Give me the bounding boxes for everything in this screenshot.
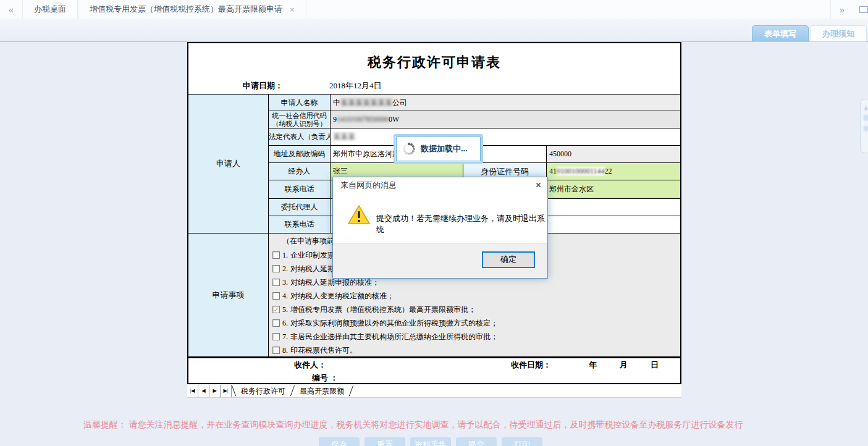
nav-tab-desktop-label: 办税桌面: [34, 4, 66, 15]
matter-checkbox[interactable]: ✓: [272, 306, 280, 313]
matter-num: 8.: [282, 346, 288, 355]
sheet-tab-tax-permit[interactable]: 税务行政许可: [236, 385, 290, 397]
loading-text: 数据加载中...: [421, 143, 468, 154]
id-suffix: 22: [605, 167, 612, 175]
label-address: 地址及邮政编码: [269, 146, 331, 163]
month-label: 月: [620, 358, 628, 371]
label-credit-code: 统一社会信用代码（纳税人识别号）: [269, 111, 331, 128]
receiver-label: 收件人：: [294, 358, 326, 371]
number-label: 编号 ：: [312, 371, 338, 384]
toolbar-strip: [0, 19, 868, 42]
matter-checkbox[interactable]: [272, 279, 280, 286]
flyout-glyph: ▲: [863, 104, 868, 111]
window-icon[interactable]: [859, 6, 868, 13]
matter-checkbox[interactable]: [272, 292, 280, 300]
label-applicant-name: 申请人名称: [269, 94, 331, 111]
matter-text: 印花税票代售许可。: [290, 345, 357, 356]
receipt-line-2: 编号 ：: [188, 371, 680, 384]
matter-checkbox[interactable]: [272, 265, 280, 272]
dialog-close-icon[interactable]: ×: [536, 180, 541, 191]
loading-box-inner: 数据加载中...: [396, 137, 481, 161]
tab-form-fill[interactable]: 表单填写: [752, 25, 809, 41]
matter-num: 6.: [282, 319, 288, 328]
name-prefix: 中: [333, 98, 340, 107]
label-proxy: 委托代理人: [269, 199, 331, 216]
year-label: 年: [589, 358, 597, 371]
matter-checkbox[interactable]: [272, 347, 280, 354]
matter-item: ✓ 5. 增值税专用发票（增值税税控系统）最高开票限额审批；: [269, 303, 680, 316]
nav-tab-desktop[interactable]: 办税桌面: [22, 0, 78, 19]
field-district[interactable]: 郑州市金水区: [547, 180, 680, 199]
field-id-number[interactable]: 41010010000114422: [547, 163, 680, 180]
name-suffix: 公司: [392, 98, 407, 107]
dialog-footer: 确定: [333, 243, 547, 278]
sheet-nav-last-icon[interactable]: ▶|: [221, 385, 232, 397]
label-agent: 经办人: [269, 163, 331, 180]
sheet-nav-first-icon[interactable]: |◀: [187, 385, 198, 397]
apply-date-label: 申请日期：: [243, 77, 283, 94]
section-label-applicant: 申请人: [188, 94, 269, 234]
legal-rep-redacted: 某某某: [333, 132, 355, 141]
expand-tabs-icon[interactable]: »: [830, 0, 853, 19]
spinner-icon: [402, 142, 416, 156]
sheet-nav-next-icon[interactable]: ▶: [209, 385, 221, 397]
field-postcode: 450000: [547, 146, 680, 163]
matter-text: 增值税专用发票（增值税税控系统）最高开票限额审批；: [290, 305, 476, 315]
flyout-glyph: 章: [863, 125, 868, 133]
flyout-glyph: 签: [863, 114, 868, 122]
label-proxy-phone: 联系电话: [269, 216, 331, 234]
field-applicant-name: 中某某某某某某某公司: [331, 94, 680, 111]
matter-item: 7. 非居民企业选择由其主要机构场所汇总缴纳企业所得税的审批；: [269, 330, 680, 343]
id-redacted: 0100100001144: [557, 167, 605, 175]
data-collect-button[interactable]: 资料采集: [410, 437, 451, 446]
dialog-message: 提交成功！若无需继续办理业务，请及时退出系统: [376, 213, 547, 235]
matter-item: 4. 对纳税人变更纳税定额的核准；: [269, 289, 680, 303]
top-nav-bar: « 办税桌面 增值税专用发票（增值税税控系统）最高开票限额申请 × »: [0, 0, 868, 19]
save-button[interactable]: 保存: [319, 437, 360, 446]
id-prefix: 41: [549, 167, 557, 175]
reminder-label: 温馨提醒：: [83, 420, 127, 429]
name-redacted: 某某某某某某某: [340, 98, 392, 107]
matter-num: 7.: [282, 332, 288, 342]
close-tab-icon[interactable]: ×: [290, 5, 295, 14]
dialog-title: 来自网页的消息: [333, 177, 547, 193]
sheet-tab-bar: |◀ ◀ ▶ ▶| 税务行政许可 最高开票限额: [187, 384, 681, 398]
tab-notice[interactable]: 办理须知: [810, 25, 867, 41]
matter-item: 8. 印花税票代售许可。: [269, 343, 680, 357]
field-legal-rep[interactable]: 某某某: [331, 128, 680, 146]
sheet-tab-divider: [349, 385, 353, 396]
receipt-line-1: 收件人： 收件日期： 年 月 日: [188, 358, 680, 371]
matter-text: 非居民企业选择由其主要机构场所汇总缴纳企业所得税的审批；: [290, 332, 498, 342]
matter-checkbox[interactable]: [272, 251, 280, 259]
receipt-date-label: 收件日期：: [511, 358, 551, 371]
matter-checkbox[interactable]: [272, 333, 280, 340]
submit-button[interactable]: 提交: [456, 437, 497, 446]
matter-num: 3.: [282, 278, 288, 287]
apply-date-value: 2018年12月4日: [329, 77, 382, 94]
day-label: 日: [651, 358, 659, 371]
print-button[interactable]: 打印: [502, 437, 542, 446]
app-screen: « 办税桌面 增值税专用发票（增值税税控系统）最高开票限额申请 × » 表单填写…: [0, 0, 868, 446]
warning-icon: [348, 204, 370, 225]
matter-checkbox[interactable]: [272, 319, 280, 327]
field-credit-code: 9141010078500000W: [331, 111, 680, 128]
view-tabs: 表单填写 办理须知: [751, 25, 867, 41]
matter-text: 对采取实际利润额预缴以外的其他企业所得税预缴方式的核定；: [290, 318, 498, 329]
ok-button[interactable]: 确定: [482, 251, 535, 268]
collapse-tabs-icon[interactable]: «: [0, 0, 22, 19]
section-label-matters: 申请事项: [188, 234, 269, 357]
side-flyout-partial[interactable]: ▲ 签 章: [860, 99, 868, 153]
reminder-text: 请您关注消息提醒，并在业务查询模块查询办理进度，税务机关将对您进行实地调查，请予…: [129, 420, 743, 429]
matter-num: 2.: [282, 264, 288, 274]
receipt-block: 收件人： 收件日期： 年 月 日 编号 ：: [188, 357, 680, 383]
sheet-tab-max-invoice[interactable]: 最高开票限额: [295, 385, 349, 397]
reset-button[interactable]: 重置: [364, 437, 405, 446]
code-suffix: 0W: [389, 115, 399, 124]
matter-num: 5.: [282, 305, 288, 314]
matter-text: 对纳税人变更纳税定额的核准；: [290, 291, 394, 301]
matter-num: 4.: [282, 292, 288, 301]
warm-reminder: 温馨提醒： 请您关注消息提醒，并在业务查询模块查询办理进度，税务机关将对您进行实…: [83, 419, 743, 431]
sheet-nav-prev-icon[interactable]: ◀: [198, 385, 209, 397]
label-phone: 联系电话: [269, 180, 331, 199]
nav-tab-application[interactable]: 增值税专用发票（增值税税控系统）最高开票限额申请 ×: [78, 0, 306, 19]
